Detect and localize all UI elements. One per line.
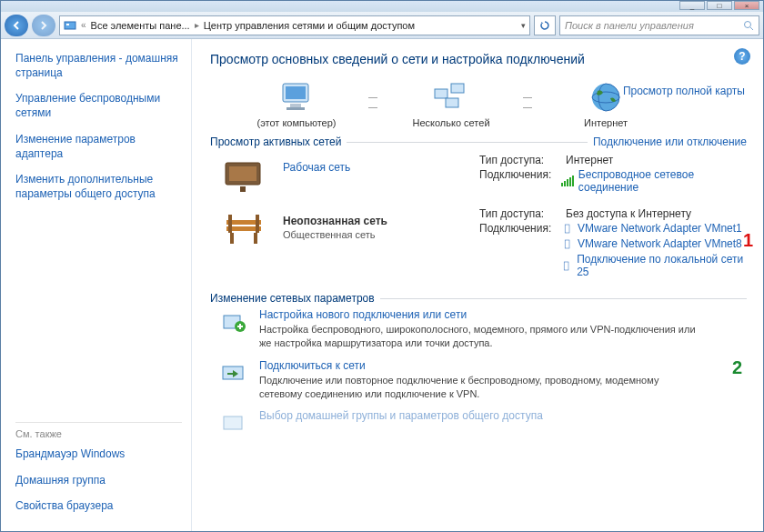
see-also-label: См. также (15, 422, 182, 439)
search-icon (743, 20, 754, 31)
connections-label: Подключения: (479, 222, 560, 281)
maximize-button[interactable]: □ (707, 1, 732, 10)
task-description: Подключение или повторное подключение к … (259, 374, 696, 401)
network-name: Неопознанная сеть (283, 215, 465, 227)
divider (380, 298, 747, 299)
sidebar-link-homegroup[interactable]: Домашняя группа (15, 473, 182, 487)
map-node-label: Несколько сетей (412, 117, 489, 128)
local-connection-link[interactable]: ⌷Подключение по локальной сети 25 (560, 253, 747, 278)
control-panel-icon (64, 19, 76, 32)
annotation-number-1: 1 (743, 230, 753, 251)
task-new-connection[interactable]: Настройка нового подключения или сети На… (219, 308, 747, 350)
titlebar: _ □ × (1, 1, 763, 12)
section-active-networks: Просмотр активных сетей (210, 136, 341, 148)
network-type: Общественная сеть (283, 229, 465, 240)
task-connect-network[interactable]: Подключиться к сети Подключение или повт… (219, 359, 747, 401)
svg-rect-10 (446, 98, 458, 107)
map-node-label: (этот компьютер) (256, 117, 336, 128)
forward-button[interactable] (32, 15, 55, 36)
computer-icon (276, 79, 317, 115)
adapter-icon: ⌷ (560, 259, 572, 272)
sidebar-link-sharing[interactable]: Изменить дополнительные параметры общего… (15, 172, 182, 201)
network-row-work: Рабочая сеть Тип доступа:Интернет Подклю… (219, 154, 747, 198)
svg-rect-0 (65, 22, 75, 29)
connect-disconnect-link[interactable]: Подключение или отключение (593, 136, 747, 148)
vmware-adapter-2-link[interactable]: ⌷VMware Network Adapter VMnet8 (560, 237, 747, 250)
help-icon[interactable]: ? (734, 48, 750, 65)
signal-icon (561, 176, 574, 186)
sidebar-link-browser[interactable]: Свойства браузера (15, 498, 182, 513)
refresh-button[interactable] (534, 15, 556, 35)
address-bar: « Все элементы пане... ▸ Центр управлени… (1, 12, 763, 39)
svg-rect-6 (290, 104, 301, 107)
connections-label: Подключения: (479, 168, 561, 196)
network-row-unidentified: Неопознанная сеть Общественная сеть Тип … (219, 207, 747, 283)
dropdown-icon[interactable]: ▾ (521, 21, 526, 30)
chevron-icon: ▸ (195, 20, 199, 30)
svg-rect-25 (224, 417, 242, 429)
svg-rect-15 (240, 186, 246, 192)
access-value: Без доступа к Интернету (566, 207, 691, 220)
map-node-label: Интернет (584, 117, 628, 128)
view-full-map-link[interactable]: Просмотр полной карты (623, 85, 745, 97)
access-value: Интернет (566, 154, 613, 166)
page-title: Просмотр основных сведений о сети и наст… (210, 52, 747, 66)
svg-rect-21 (256, 215, 259, 233)
bench-icon (219, 207, 268, 251)
map-connector: — — (519, 79, 538, 112)
svg-rect-7 (286, 107, 305, 110)
svg-rect-20 (228, 215, 232, 233)
map-connector: — — (365, 79, 383, 112)
chevron-icon: « (81, 20, 86, 30)
breadcrumb-bar[interactable]: « Все элементы пане... ▸ Центр управлени… (59, 15, 530, 35)
svg-rect-8 (435, 89, 447, 98)
sidebar-link-firewall[interactable]: Брандмауэр Windows (15, 447, 182, 461)
search-placeholder: Поиск в панели управления (565, 20, 694, 31)
sidebar-header[interactable]: Панель управления - домашняя страница (15, 52, 182, 80)
search-box[interactable]: Поиск в панели управления (559, 15, 759, 35)
multi-network-icon (431, 79, 471, 115)
svg-rect-18 (230, 233, 234, 244)
task-title: Выбор домашней группы и параметров общег… (259, 409, 543, 422)
task-description: Настройка беспроводного, широкополосного… (259, 323, 696, 350)
breadcrumb-item[interactable]: Центр управления сетями и общим доступом (204, 20, 415, 31)
task-title: Подключиться к сети (259, 359, 696, 372)
section-network-params: Изменение сетевых параметров (210, 292, 375, 305)
close-button[interactable]: × (734, 1, 759, 10)
task-homegroup[interactable]: Выбор домашней группы и параметров общег… (219, 409, 747, 438)
access-label: Тип доступа: (479, 207, 566, 220)
sidebar: Панель управления - домашняя страница Уп… (1, 39, 192, 531)
annotation-number-2: 2 (732, 357, 742, 378)
main-content: ? Просмотр основных сведений о сети и на… (192, 39, 763, 531)
adapter-icon: ⌷ (560, 222, 573, 235)
task-title: Настройка нового подключения или сети (259, 308, 696, 321)
connect-icon (219, 359, 248, 388)
svg-point-2 (745, 21, 751, 27)
access-label: Тип доступа: (479, 154, 566, 166)
wireless-connection-link[interactable]: Беспроводное сетевое соединение (561, 168, 747, 194)
sidebar-link-adapter[interactable]: Изменение параметров адаптера (15, 132, 182, 161)
homegroup-icon (219, 409, 248, 438)
svg-line-3 (750, 27, 753, 30)
divider (347, 142, 588, 143)
svg-rect-19 (254, 233, 257, 244)
minimize-button[interactable]: _ (679, 1, 705, 10)
svg-rect-9 (451, 84, 464, 93)
work-network-icon (219, 154, 268, 197)
window: _ □ × « Все элементы пане... ▸ Центр упр… (0, 0, 764, 532)
breadcrumb-item[interactable]: Все элементы пане... (91, 20, 190, 31)
back-button[interactable] (5, 15, 28, 36)
adapter-icon: ⌷ (560, 237, 573, 250)
svg-rect-5 (286, 86, 306, 99)
globe-icon (586, 79, 626, 115)
sidebar-link-wireless[interactable]: Управление беспроводными сетями (15, 91, 182, 120)
new-connection-icon (219, 308, 248, 337)
network-name-link[interactable]: Рабочая сеть (283, 161, 350, 174)
svg-rect-14 (229, 166, 256, 181)
vmware-adapter-1-link[interactable]: ⌷VMware Network Adapter VMnet1 (560, 222, 747, 235)
svg-rect-1 (66, 24, 69, 25)
